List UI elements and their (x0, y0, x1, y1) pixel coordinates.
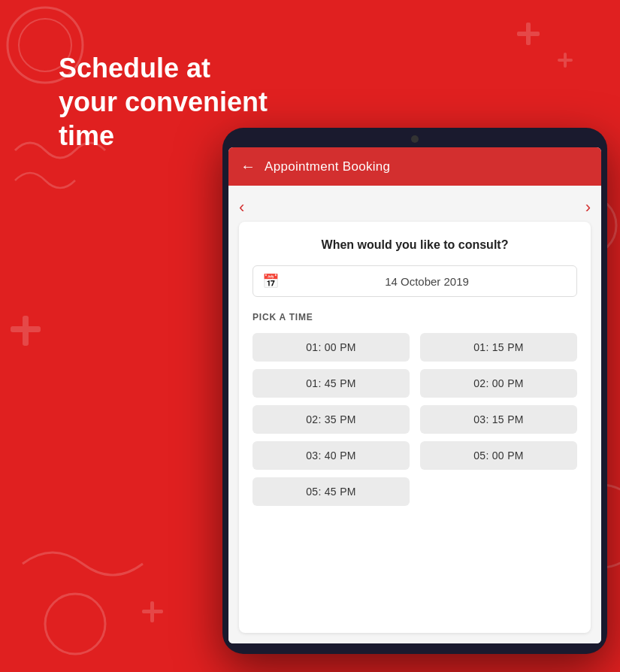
consult-question: When would you like to consult? (253, 238, 577, 252)
time-slot-0500pm[interactable]: 05: 00 PM (420, 441, 577, 470)
next-arrow[interactable]: › (585, 199, 591, 216)
pick-time-label: PICK A TIME (253, 312, 577, 322)
svg-rect-11 (23, 316, 29, 346)
time-slot-0145pm[interactable]: 01: 45 PM (253, 369, 410, 398)
svg-rect-2 (526, 23, 531, 45)
time-grid: 01: 00 PM 01: 15 PM 01: 45 PM 02: 00 PM … (253, 333, 577, 506)
time-slot-0315pm[interactable]: 03: 15 PM (420, 405, 577, 434)
date-row[interactable]: 📅 14 October 2019 (253, 265, 577, 297)
time-slot-0235pm[interactable]: 02: 35 PM (253, 405, 410, 434)
selected-date: 14 October 2019 (286, 275, 567, 288)
back-button[interactable]: ← (240, 158, 256, 175)
app-header: ← Appointment Booking (228, 147, 601, 186)
svg-rect-3 (517, 32, 540, 36)
app-content: ‹ › When would you like to consult? 📅 14… (228, 186, 601, 643)
svg-point-8 (45, 594, 105, 654)
prev-arrow[interactable]: ‹ (239, 199, 244, 216)
svg-rect-9 (150, 601, 154, 622)
svg-rect-4 (564, 53, 567, 68)
tablet-device: ← Appointment Booking ‹ › When would you… (222, 128, 607, 654)
time-slot-0340pm[interactable]: 03: 40 PM (253, 441, 410, 470)
nav-arrows: ‹ › (228, 186, 601, 222)
svg-rect-12 (11, 326, 41, 332)
booking-card: When would you like to consult? 📅 14 Oct… (239, 222, 591, 633)
svg-rect-10 (142, 610, 163, 613)
tablet-screen: ← Appointment Booking ‹ › When would you… (228, 147, 601, 643)
tablet-camera (411, 135, 419, 143)
app-title: Appointment Booking (265, 159, 390, 174)
calendar-icon: 📅 (262, 273, 279, 289)
time-slot-0200pm[interactable]: 02: 00 PM (420, 369, 577, 398)
time-slot-0115pm[interactable]: 01: 15 PM (420, 333, 577, 362)
time-slot-0545pm[interactable]: 05: 45 PM (253, 477, 410, 506)
svg-rect-5 (558, 59, 573, 62)
time-slot-0100pm[interactable]: 01: 00 PM (253, 333, 410, 362)
